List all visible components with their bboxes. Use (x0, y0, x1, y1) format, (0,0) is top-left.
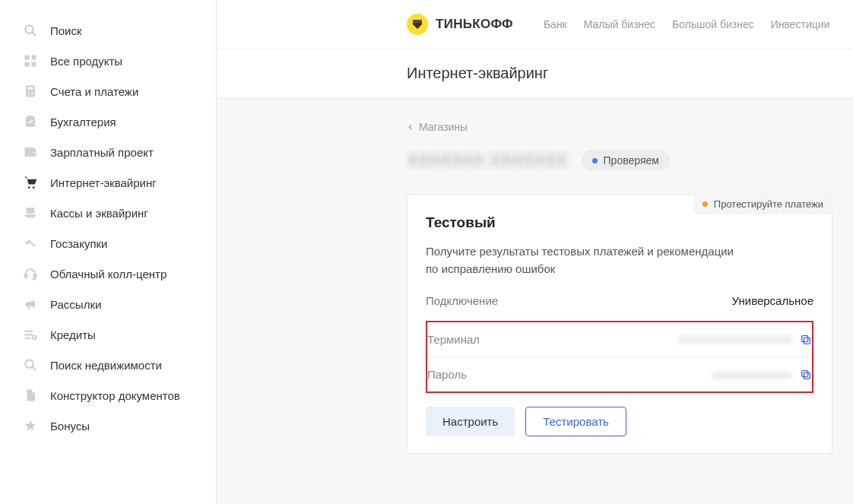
password-label: Пароль (427, 368, 467, 381)
chevron-left-icon (407, 121, 414, 133)
card-desc-line1: Получите результаты тестовых платежей и … (426, 245, 734, 258)
sidebar-item-gov-procurement[interactable]: Госзакупки (0, 228, 216, 258)
nav-item-bank[interactable]: Банк (544, 18, 567, 30)
status-badge: Проверяем (582, 150, 670, 171)
terminal-row: Терминал XXXXXXXXXXXXXXX (427, 322, 812, 357)
shop-name-redacted: XXXXXXX XXXXXXX (407, 151, 568, 170)
svg-rect-28 (25, 331, 33, 332)
nav-item-invest[interactable]: Инвестиции (771, 18, 830, 30)
svg-point-17 (28, 186, 30, 189)
sidebar-item-mailings[interactable]: Рассылки (0, 289, 216, 319)
sidebar-item-label: Все продукты (50, 55, 122, 68)
sidebar-item-label: Кассы и эквайринг (50, 207, 148, 220)
svg-point-18 (33, 186, 35, 189)
terminal-value-redacted: XXXXXXXXXXXXXXX (678, 333, 792, 346)
svg-rect-26 (25, 274, 27, 278)
svg-rect-35 (802, 335, 808, 341)
gavel-icon (23, 236, 38, 251)
sidebar-item-search[interactable]: Поиск (0, 15, 216, 46)
search-icon (23, 357, 38, 372)
svg-point-9 (31, 92, 33, 94)
sidebar-item-label: Кредиты (50, 328, 96, 341)
sidebar-item-payroll[interactable]: Зарплатный проект (0, 137, 216, 167)
password-value-redacted: xxxxxxxxxxxxxx (712, 368, 792, 381)
document-icon (23, 388, 38, 403)
megaphone-icon (23, 296, 38, 312)
brand[interactable]: ТИНЬКОФФ (407, 14, 513, 35)
sidebar-item-accounting[interactable]: Бухгалтерия (0, 106, 216, 137)
sidebar-item-bonuses[interactable]: Бонусы (0, 410, 216, 441)
sidebar: Поиск Все продукты Счета и платежи Бухга… (0, 0, 217, 504)
sidebar-item-label: Рассылки (50, 298, 101, 311)
svg-point-32 (25, 360, 33, 368)
svg-rect-2 (25, 55, 30, 60)
sidebar-item-label: Конструктор документов (50, 389, 180, 402)
page-subtitle: Интернет-эквайринг (217, 49, 853, 98)
sidebar-item-accounts[interactable]: Счета и платежи (0, 76, 216, 106)
svg-point-10 (28, 94, 30, 96)
svg-line-1 (32, 32, 36, 36)
svg-rect-34 (804, 338, 810, 344)
sidebar-item-label: Облачный колл-центр (50, 268, 166, 281)
copy-terminal-button[interactable] (800, 334, 812, 346)
svg-rect-30 (25, 338, 31, 339)
sidebar-item-real-estate[interactable]: Поиск недвижимости (0, 350, 216, 380)
terminal-label: Терминал (427, 333, 480, 346)
sidebar-item-pos-acquiring[interactable]: Кассы и эквайринг (0, 198, 216, 228)
configure-button[interactable]: Настроить (426, 407, 515, 436)
status-dot-icon (592, 158, 598, 163)
pos-icon (23, 205, 38, 220)
card-badge-label: Протестируйте платежи (714, 198, 823, 210)
sidebar-item-credits[interactable]: Кредиты (0, 319, 216, 350)
svg-rect-19 (27, 208, 35, 214)
search-icon (23, 23, 38, 38)
card-buttons: Настроить Тестировать (426, 407, 813, 436)
brand-logo-icon (407, 14, 428, 35)
sidebar-item-all-products[interactable]: Все продукты (0, 46, 216, 76)
grid-icon (23, 53, 38, 68)
card-desc-line2: по исправлению ошибок (426, 262, 555, 275)
sidebar-item-call-center[interactable]: Облачный колл-центр (0, 258, 216, 289)
sidebar-item-label: Поиск (50, 24, 82, 37)
svg-rect-36 (804, 372, 810, 379)
sidebar-item-label: Бонусы (50, 420, 90, 433)
svg-rect-25 (29, 242, 36, 247)
breadcrumb[interactable]: Магазины (407, 121, 468, 133)
password-row: Пароль xxxxxxxxxxxxxx (427, 357, 812, 391)
cart-icon (23, 175, 38, 190)
sidebar-item-label: Госзакупки (50, 237, 107, 250)
sidebar-item-internet-acquiring[interactable]: Интернет-эквайринг (0, 167, 216, 198)
test-terminal-card: Протестируйте платежи Тестовый Получите … (407, 194, 832, 454)
sidebar-item-label: Бухгалтерия (50, 116, 116, 128)
svg-rect-15 (25, 147, 34, 151)
star-icon (23, 418, 38, 433)
svg-rect-27 (34, 274, 36, 278)
svg-point-16 (33, 152, 34, 154)
svg-rect-7 (27, 87, 33, 90)
brand-name: ТИНЬКОФФ (436, 17, 513, 32)
sidebar-item-label: Интернет-эквайринг (50, 176, 157, 189)
svg-point-11 (31, 94, 33, 96)
breadcrumb-label: Магазины (419, 121, 468, 133)
card-badge: Протестируйте платежи (693, 194, 832, 214)
copy-password-button[interactable] (800, 369, 812, 381)
nav-item-small-biz[interactable]: Малый бизнес (584, 18, 655, 30)
sidebar-item-label: Счета и платежи (50, 85, 138, 98)
test-button[interactable]: Тестировать (525, 407, 626, 436)
connection-label: Подключение (426, 294, 498, 307)
credentials-highlight: Терминал XXXXXXXXXXXXXXX Пароль xxxxxxxx… (426, 321, 813, 393)
status-label: Проверяем (604, 154, 659, 166)
nav-item-big-biz[interactable]: Большой бизнес (672, 18, 754, 30)
main-area: ТИНЬКОФФ Банк Малый бизнес Большой бизне… (217, 0, 853, 504)
svg-rect-13 (28, 116, 33, 118)
svg-rect-5 (32, 62, 36, 67)
calculator-icon (23, 84, 38, 99)
wallet-icon (23, 144, 38, 160)
plus-list-icon (23, 327, 38, 342)
clipboard-icon (23, 114, 38, 129)
svg-rect-3 (32, 55, 36, 60)
sidebar-item-doc-constructor[interactable]: Конструктор документов (0, 380, 216, 410)
shop-title-row: XXXXXXX XXXXXXX Проверяем (407, 150, 853, 171)
headset-icon (23, 266, 38, 281)
svg-point-0 (25, 25, 33, 33)
